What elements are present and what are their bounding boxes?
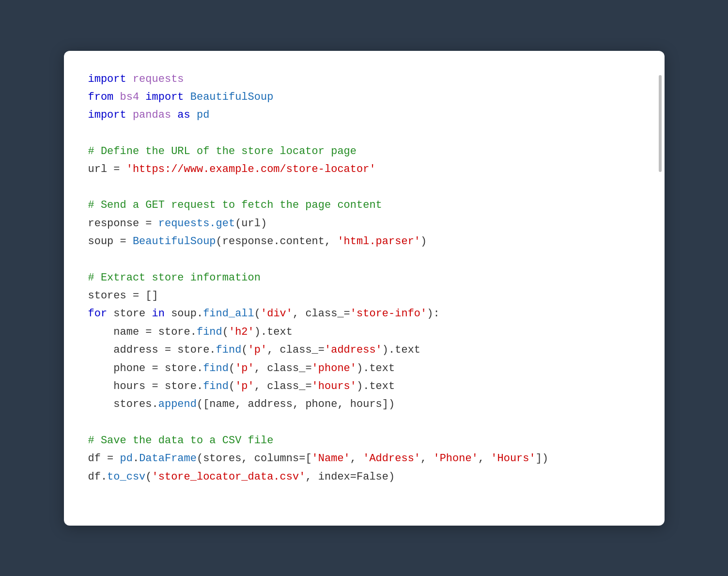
code-token: ).text	[254, 326, 293, 338]
code-token: in	[152, 308, 165, 320]
code-line: phone = store.find('p', class_='phone').…	[88, 359, 640, 377]
code-line: hours = store.find('p', class_='hours').…	[88, 377, 640, 395]
code-line: stores = []	[88, 287, 640, 305]
code-line	[88, 414, 640, 432]
code-token: (	[241, 344, 248, 356]
code-token: requests.get	[158, 218, 235, 230]
code-token: 'store_locator_data.csv'	[152, 471, 306, 483]
code-token: ):	[427, 308, 439, 320]
code-line: stores.append([name, address, phone, hou…	[88, 395, 640, 413]
code-line: df.to_csv('store_locator_data.csv', inde…	[88, 468, 640, 486]
code-line	[88, 178, 640, 196]
code-token	[126, 73, 133, 85]
code-line: import requests	[88, 70, 640, 88]
code-token: as	[177, 109, 190, 121]
code-line: from bs4 import BeautifulSoup	[88, 88, 640, 106]
code-token: ,	[420, 452, 433, 465]
code-line: # Define the URL of the store locator pa…	[88, 142, 640, 160]
code-token: 'phone'	[312, 362, 356, 374]
code-line: address = store.find('p', class_='addres…	[88, 341, 640, 359]
code-token: stores.	[88, 398, 158, 410]
code-token: 'hours'	[312, 380, 356, 392]
code-token: soup.	[165, 308, 203, 320]
code-line: for store in soup.find_all('div', class_…	[88, 305, 640, 323]
code-token: import	[88, 73, 126, 85]
code-token: find_all	[203, 308, 254, 320]
code-token: response =	[88, 218, 158, 230]
code-token: # Extract store information	[88, 272, 261, 284]
code-token: (url)	[235, 218, 267, 230]
code-token: 'p'	[235, 380, 254, 392]
code-token: DataFrame	[139, 452, 197, 465]
code-line: response = requests.get(url)	[88, 215, 640, 233]
code-token: # Define the URL of the store locator pa…	[88, 145, 357, 157]
code-token: ])	[536, 452, 548, 465]
code-token: 'Address'	[363, 452, 420, 465]
code-token	[113, 91, 120, 103]
code-line: soup = BeautifulSoup(response.content, '…	[88, 233, 640, 250]
code-token	[126, 109, 133, 121]
code-token: 'store-info'	[350, 308, 427, 320]
code-token: (stores, columns=[	[197, 452, 312, 465]
code-token: for	[88, 308, 108, 320]
code-line: url = 'https://www.example.com/store-loc…	[88, 160, 640, 178]
code-token: phone = store.	[88, 362, 203, 374]
code-token: (response.content,	[216, 235, 338, 248]
code-token: .	[133, 452, 139, 465]
code-token: 'Hours'	[491, 452, 535, 465]
code-token: ).text	[382, 344, 420, 356]
code-token	[184, 91, 190, 103]
code-token: 'html.parser'	[337, 235, 420, 248]
code-token: 'Name'	[312, 452, 350, 465]
code-token: (	[222, 326, 229, 338]
code-token: find	[203, 362, 229, 374]
code-token: , index=False)	[305, 471, 395, 483]
code-line	[88, 251, 640, 269]
code-token: (	[229, 362, 235, 374]
code-token: # Save the data to a CSV file	[88, 435, 274, 447]
code-token: append	[158, 398, 197, 410]
code-line: import pandas as pd	[88, 106, 640, 124]
code-token: df.	[88, 471, 108, 483]
code-token	[190, 109, 197, 121]
code-token: bs4	[120, 91, 139, 103]
code-token: ).text	[356, 380, 395, 392]
code-token: # Send a GET request to fetch the page c…	[88, 199, 382, 211]
code-token: pandas	[133, 109, 171, 121]
code-token: (	[229, 380, 235, 392]
code-token: 'https://www.example.com/store-locator'	[126, 163, 376, 175]
code-line	[88, 125, 640, 142]
code-token: to_csv	[107, 471, 145, 483]
code-token: (	[145, 471, 152, 483]
code-token: find	[197, 326, 222, 338]
code-token: BeautifulSoup	[190, 91, 274, 103]
code-container: import requestsfrom bs4 import Beautiful…	[64, 51, 665, 526]
code-token: store	[107, 308, 152, 320]
code-token: import	[88, 109, 126, 121]
code-token: , class_=	[254, 380, 312, 392]
scrollbar[interactable]	[659, 75, 662, 172]
code-token: 'p'	[248, 344, 267, 356]
code-token: ,	[478, 452, 491, 465]
code-token: soup =	[88, 235, 133, 248]
code-line: name = store.find('h2').text	[88, 323, 640, 341]
code-token: ,	[350, 452, 363, 465]
code-token: url =	[88, 163, 126, 175]
code-line: # Save the data to a CSV file	[88, 432, 640, 450]
code-token: (	[254, 308, 261, 320]
code-token: address = store.	[88, 344, 216, 356]
code-block: import requestsfrom bs4 import Beautiful…	[88, 70, 640, 486]
code-token	[139, 91, 145, 103]
code-token: find	[216, 344, 242, 356]
code-token: from	[88, 91, 114, 103]
code-token: )	[420, 235, 427, 248]
code-token: 'h2'	[229, 326, 254, 338]
code-token: hours = store.	[88, 380, 203, 392]
code-token: import	[145, 91, 184, 103]
code-token: ).text	[356, 362, 395, 374]
code-token: df =	[88, 452, 120, 465]
code-token: stores = []	[88, 290, 158, 302]
code-line: # Send a GET request to fetch the page c…	[88, 196, 640, 214]
code-token: 'address'	[325, 344, 382, 356]
code-token: 'div'	[261, 308, 293, 320]
